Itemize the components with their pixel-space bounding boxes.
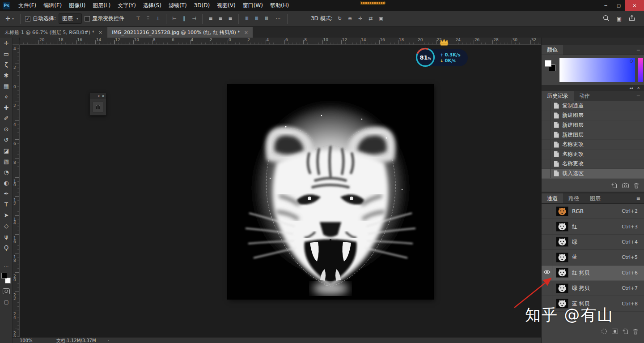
canvas-area[interactable] <box>20 45 541 337</box>
edit-toolbar-icon[interactable]: ⋯ <box>0 263 13 269</box>
menu-help[interactable]: 帮助(H) <box>267 0 292 11</box>
document-tab[interactable]: IMG_20211216_215728.jpg @ 100% (红, 红 拷贝/… <box>107 27 253 38</box>
align-icon-button[interactable]: ⊣ <box>190 14 199 23</box>
close-button[interactable]: ✕ <box>625 0 644 11</box>
menu-type[interactable]: 文字(Y) <box>114 0 140 11</box>
history-brush-well[interactable] <box>542 140 551 149</box>
history-item[interactable]: 新建图层 <box>542 111 644 121</box>
hand-tool[interactable]: ψ <box>0 231 13 242</box>
history-brush-well[interactable] <box>542 150 551 159</box>
zoom-tool[interactable]: Ϙ <box>0 242 13 253</box>
delete-channel-trash-icon[interactable] <box>633 329 638 334</box>
align-icon-button[interactable]: ⊤ <box>134 14 143 23</box>
ruler-origin-corner[interactable] <box>13 38 20 45</box>
channel-row[interactable]: 红Ctrl+3 <box>542 219 644 234</box>
color-sample-marker[interactable] <box>630 60 633 63</box>
history-item[interactable]: 新建图层 <box>542 120 644 130</box>
collapsed-floating-panel[interactable]: » × <box>89 93 106 116</box>
quick-selection-tool[interactable]: ✱ <box>0 70 13 81</box>
show-transform-checkbox[interactable]: 显示变换控件 <box>85 15 124 22</box>
channel-row[interactable]: 蓝Ctrl+5 <box>542 250 644 265</box>
history-brush-well[interactable] <box>542 111 551 120</box>
menu-select[interactable]: 选择(S) <box>140 0 165 11</box>
menu-layer[interactable]: 图层(L) <box>89 0 114 11</box>
panel-menu-icon[interactable]: ≡ <box>633 193 644 203</box>
panel-menu-icon[interactable]: ≡ <box>633 91 644 101</box>
maximize-button[interactable]: ▢ <box>612 0 625 11</box>
foreground-color-swatch[interactable] <box>1 273 7 279</box>
align-icon-button[interactable]: ∥ <box>180 14 189 23</box>
history-brush-well[interactable] <box>542 120 551 130</box>
align-icon-button[interactable]: ≡ <box>206 14 215 23</box>
align-icon-button[interactable]: Ξ <box>144 14 153 23</box>
color-saturation-field[interactable] <box>559 58 635 82</box>
new-snapshot-camera-icon[interactable] <box>622 183 629 188</box>
mode3d-icon-button[interactable]: ✛ <box>356 14 365 23</box>
move-tool[interactable]: ✛ <box>0 38 13 48</box>
channel-visibility-toggle[interactable] <box>542 281 552 296</box>
align-icon-button[interactable]: ≡ <box>226 14 235 23</box>
new-document-from-state-icon[interactable] <box>611 182 617 189</box>
channel-row[interactable]: 红 拷贝Ctrl+6 <box>542 266 644 281</box>
auto-select-target-dropdown[interactable]: 图层 ▾ <box>59 13 82 24</box>
history-brush-tool[interactable]: ↺ <box>0 134 13 145</box>
channel-visibility-toggle[interactable] <box>542 266 552 280</box>
panel-menu-icon[interactable]: ≡ <box>633 45 644 55</box>
menu-window[interactable]: 窗口(W) <box>239 0 267 11</box>
spot-healing-brush-tool[interactable]: ✚ <box>0 102 13 113</box>
document-canvas[interactable] <box>228 84 433 299</box>
channel-visibility-toggle[interactable] <box>542 250 552 265</box>
history-item[interactable]: 名称更改 <box>542 140 644 150</box>
status-expander-icon[interactable]: › <box>108 338 109 343</box>
channel-visibility-toggle[interactable] <box>542 235 552 249</box>
eraser-tool[interactable]: ◪ <box>0 145 13 156</box>
channel-row[interactable]: RGBCtrl+2 <box>542 204 644 219</box>
menu-filter[interactable]: 滤镜(T) <box>165 0 191 11</box>
menu-view[interactable]: 视图(V) <box>213 0 239 11</box>
collapse-panel-icon[interactable]: ◂◂ <box>629 86 633 90</box>
align-icon-button[interactable]: Ⅲ <box>262 14 271 23</box>
menu-edit[interactable]: 编辑(E) <box>40 0 65 11</box>
minimize-button[interactable]: ─ <box>599 0 612 11</box>
close-panel-icon[interactable]: ✕ <box>637 86 640 90</box>
foreground-color-swatch[interactable] <box>545 60 551 67</box>
path-selection-tool[interactable]: ➤ <box>0 210 13 220</box>
lasso-tool[interactable]: ζ <box>0 59 13 70</box>
mode3d-icon-button[interactable]: ⊕ <box>346 14 355 23</box>
align-icon-button[interactable]: ≡ <box>216 14 225 23</box>
workspace-switcher-icon[interactable]: ▣ <box>617 16 622 22</box>
rectangular-marquee-tool[interactable]: ▭ <box>0 48 13 59</box>
ruler-horizontal[interactable]: 2018161412108642024681012141618202224262… <box>20 38 541 45</box>
pen-tool[interactable]: ✒ <box>0 188 13 199</box>
align-icon-button[interactable]: ⊥ <box>153 14 162 23</box>
color-swatches[interactable] <box>1 272 12 285</box>
tab-color[interactable]: 颜色 <box>542 45 563 55</box>
auto-select-checkbox[interactable]: ✓ 自动选择: <box>25 15 56 22</box>
mode3d-icon-button[interactable]: ↻ <box>335 14 344 23</box>
mode3d-icon-button[interactable]: ▣ <box>377 14 386 23</box>
zoom-level-field[interactable]: 100% <box>20 338 56 343</box>
mode3d-icon-button[interactable]: ⇄ <box>366 14 375 23</box>
align-icon-button[interactable]: Ⅲ <box>252 14 261 23</box>
quick-mask-icon[interactable] <box>3 288 10 294</box>
history-item[interactable]: 复制通道 <box>542 101 644 111</box>
delete-state-trash-icon[interactable] <box>634 183 639 189</box>
menu-file[interactable]: 文件(F) <box>15 0 40 11</box>
align-options-icon[interactable]: ⋯ <box>274 14 283 23</box>
tab-close-icon[interactable]: × <box>98 30 102 35</box>
channel-visibility-toggle[interactable] <box>542 219 552 234</box>
align-icon-button[interactable]: ⊢ <box>170 14 179 23</box>
tab-layers[interactable]: 图层 <box>585 193 606 203</box>
ruler-vertical[interactable]: 4202468101214161820222426 <box>13 45 20 337</box>
tab-actions[interactable]: 动作 <box>574 91 595 101</box>
type-tool[interactable]: T <box>0 199 13 210</box>
history-item[interactable]: 名称更改 <box>542 150 644 159</box>
shape-tool[interactable]: ◇ <box>0 220 13 231</box>
align-icon-button[interactable]: Ⅲ <box>242 14 251 23</box>
blur-tool[interactable]: ◔ <box>0 167 13 177</box>
save-selection-as-channel-icon[interactable] <box>612 329 618 334</box>
tab-channels[interactable]: 通道 <box>542 193 563 203</box>
menu-3d[interactable]: 3D(D) <box>191 0 213 11</box>
history-item[interactable]: 载入选区 <box>542 169 644 179</box>
gradient-tool[interactable]: ▧ <box>0 156 13 167</box>
